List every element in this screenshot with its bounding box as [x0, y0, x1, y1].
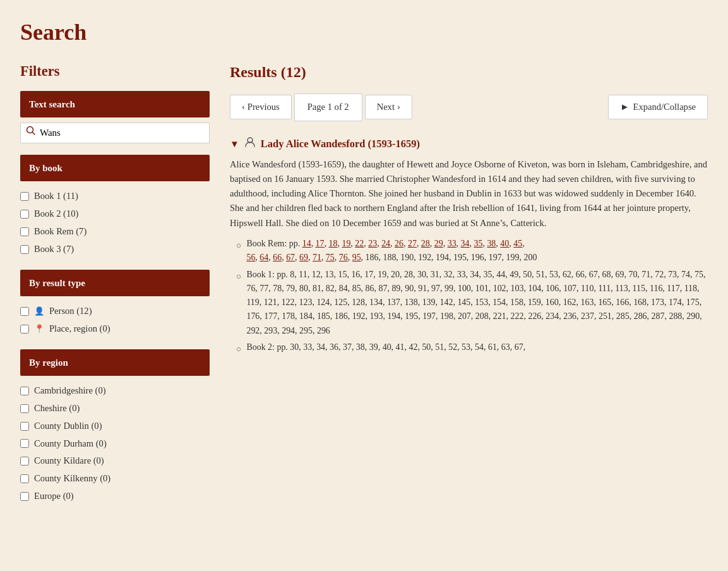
- by-result-type-items: 👤 Person (12) 📍 Place, region (0): [20, 303, 210, 338]
- list-item: 📍 Place, region (0): [20, 320, 210, 338]
- county-kildare-label[interactable]: County Kildare (0): [34, 454, 104, 468]
- person-checkbox[interactable]: [20, 307, 29, 316]
- page-link[interactable]: 22: [355, 239, 364, 248]
- book1-label[interactable]: Book 1 (11): [34, 189, 78, 203]
- by-book-header[interactable]: By book: [20, 155, 210, 182]
- page-link[interactable]: 26: [395, 239, 403, 248]
- book2-label[interactable]: Book 2 (10): [34, 207, 78, 221]
- list-item: ○ Book Rem: pp. 14, 17, 18, 19, 22, 23, …: [236, 237, 708, 265]
- book2-checkbox[interactable]: [20, 210, 29, 219]
- book3-label[interactable]: Book 3 (7): [34, 243, 74, 256]
- book-rem-text: Book Rem: pp. 14, 17, 18, 19, 22, 23, 24…: [246, 237, 537, 265]
- county-dublin-checkbox[interactable]: [20, 422, 29, 431]
- search-input-wrapper: [20, 123, 210, 143]
- county-dublin-label[interactable]: County Dublin (0): [34, 419, 102, 433]
- bullet-icon: ○: [236, 342, 241, 356]
- cheshire-checkbox[interactable]: [20, 404, 29, 413]
- page-link[interactable]: 45: [513, 239, 522, 248]
- list-item: Book 1 (11): [20, 188, 210, 205]
- place-checkbox[interactable]: [20, 325, 29, 334]
- book2-text: Book 2: pp. 30, 33, 34, 36, 37, 38, 39, …: [246, 340, 525, 354]
- location-icon: 📍: [34, 323, 44, 335]
- cambridgeshire-checkbox[interactable]: [20, 387, 29, 395]
- search-input[interactable]: [40, 128, 204, 138]
- book3-checkbox[interactable]: [20, 245, 29, 254]
- pagination-bar: ‹ Previous Page 1 of 2 Next › ► Expand/C…: [230, 93, 708, 121]
- county-kilkenny-checkbox[interactable]: [20, 474, 29, 483]
- list-item: County Dublin (0): [20, 418, 210, 435]
- europe-checkbox[interactable]: [20, 492, 29, 501]
- page-link[interactable]: 34: [461, 239, 470, 248]
- book-rem-label: Book Rem: pp.: [246, 239, 302, 248]
- next-button[interactable]: Next ›: [365, 95, 412, 119]
- list-item: County Kildare (0): [20, 452, 210, 470]
- text-search-header[interactable]: Text search: [20, 91, 210, 118]
- bookrem-label[interactable]: Book Rem (7): [34, 225, 87, 239]
- by-book-items: Book 1 (11) Book 2 (10) Book Rem (7) Boo…: [20, 188, 210, 258]
- page-link[interactable]: 35: [474, 239, 482, 248]
- county-kilkenny-label[interactable]: County Kilkenny (0): [34, 472, 110, 486]
- result-person-icon: [244, 136, 256, 152]
- list-item: Europe (0): [20, 488, 210, 505]
- page-link[interactable]: 17: [316, 239, 325, 248]
- previous-button[interactable]: ‹ Previous: [230, 95, 292, 119]
- previous-label: Previous: [248, 102, 280, 112]
- sidebar-title: Filters: [20, 61, 210, 82]
- result-name: Lady Alice Wandesford (1593-1659): [261, 136, 420, 152]
- page-link[interactable]: 27: [408, 239, 417, 248]
- svg-line-1: [33, 133, 35, 135]
- page-link[interactable]: 69: [299, 253, 308, 262]
- results-title: Results (12): [230, 61, 708, 83]
- list-item: Book 3 (7): [20, 241, 210, 258]
- list-item: ○ Book 1: pp. 8, 11, 12, 13, 15, 16, 17,…: [236, 268, 708, 339]
- by-result-type-header[interactable]: By result type: [20, 270, 210, 297]
- page-link[interactable]: 19: [342, 239, 350, 248]
- page-link[interactable]: 67: [286, 253, 295, 262]
- page-link[interactable]: 33: [448, 239, 456, 248]
- page-link[interactable]: 38: [487, 239, 496, 248]
- page-link[interactable]: 64: [260, 253, 268, 262]
- page-link[interactable]: 28: [421, 239, 430, 248]
- main-content: Results (12) ‹ Previous Page 1 of 2 Next…: [230, 61, 708, 371]
- page-title: Search: [20, 15, 708, 49]
- list-item: Cambridgeshire (0): [20, 382, 210, 400]
- sidebar: Filters Text search By book: [20, 61, 210, 517]
- cambridgeshire-label[interactable]: Cambridgeshire (0): [34, 384, 106, 398]
- result-description: Alice Wandesford (1593-1659), the daught…: [230, 157, 708, 231]
- list-item: Cheshire (0): [20, 400, 210, 418]
- page-link[interactable]: 14: [302, 239, 311, 248]
- europe-label[interactable]: Europe (0): [34, 490, 74, 503]
- bookrem-checkbox[interactable]: [20, 227, 29, 236]
- page-link[interactable]: 95: [352, 253, 361, 262]
- by-region-header[interactable]: By region: [20, 349, 210, 376]
- county-durham-checkbox[interactable]: [20, 439, 29, 448]
- page-link[interactable]: 23: [368, 239, 377, 248]
- by-result-type-section: By result type 👤 Person (12) 📍 Place, re…: [20, 270, 210, 338]
- list-item: County Kilkenny (0): [20, 470, 210, 488]
- book1-text: Book 1: pp. 8, 11, 12, 13, 15, 16, 17, 1…: [246, 268, 708, 339]
- county-kildare-checkbox[interactable]: [20, 457, 29, 466]
- county-durham-label[interactable]: County Durham (0): [34, 437, 107, 451]
- book1-checkbox[interactable]: [20, 192, 29, 201]
- page-link[interactable]: 75: [326, 253, 335, 262]
- person-label[interactable]: Person (12): [49, 304, 92, 318]
- page-indicator: Page 1 of 2: [294, 93, 362, 121]
- cheshire-label[interactable]: Cheshire (0): [34, 402, 80, 416]
- page-link[interactable]: 24: [381, 239, 390, 248]
- page-link[interactable]: 29: [434, 239, 443, 248]
- page-link[interactable]: 76: [339, 253, 348, 262]
- page-link[interactable]: 40: [500, 239, 509, 248]
- page-link[interactable]: 56: [246, 253, 255, 262]
- expand-collapse-button[interactable]: ► Expand/Collapse: [608, 95, 708, 119]
- page-link[interactable]: 18: [329, 239, 338, 248]
- result-header: ▼ Lady Alice Wandesford (1593-1659): [230, 136, 708, 152]
- place-label[interactable]: Place, region (0): [49, 322, 110, 336]
- list-item: Book 2 (10): [20, 205, 210, 223]
- by-book-section: By book Book 1 (11) Book 2 (10) Book Rem…: [20, 155, 210, 258]
- list-item: 👤 Person (12): [20, 303, 210, 320]
- person-icon: 👤: [34, 305, 44, 318]
- page-link[interactable]: 71: [313, 253, 321, 262]
- page-link[interactable]: 66: [273, 253, 282, 262]
- bullet-icon: ○: [236, 270, 241, 284]
- result-toggle-icon[interactable]: ▼: [230, 137, 239, 152]
